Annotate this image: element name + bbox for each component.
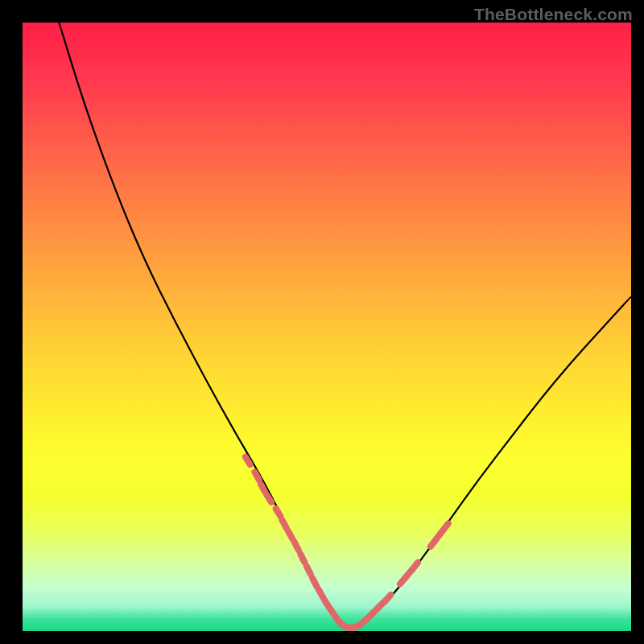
overlay-dot	[276, 509, 281, 516]
overlay-dot	[385, 595, 390, 601]
plot-area	[23, 23, 631, 631]
chart-stage: TheBottleneck.com	[0, 0, 644, 644]
overlay-dot	[412, 563, 418, 570]
overlay-dot	[282, 520, 286, 528]
overlay-dot	[246, 457, 250, 464]
overlay-dot	[295, 542, 299, 550]
overlay-dot	[254, 472, 258, 480]
overlay-dot	[443, 523, 448, 530]
overlay-dots	[246, 457, 448, 629]
overlay-dot	[319, 589, 323, 597]
overlay-dot	[261, 485, 265, 493]
v-curve	[59, 23, 631, 628]
overlay-dot	[300, 554, 304, 562]
overlay-dot	[324, 600, 329, 607]
overlay-dot	[266, 495, 271, 502]
watermark-text: TheBottleneck.com	[474, 5, 633, 24]
curve-layer	[23, 23, 631, 631]
overlay-dot	[288, 531, 292, 539]
overlay-dot	[307, 566, 311, 574]
overlay-dot	[312, 579, 316, 587]
